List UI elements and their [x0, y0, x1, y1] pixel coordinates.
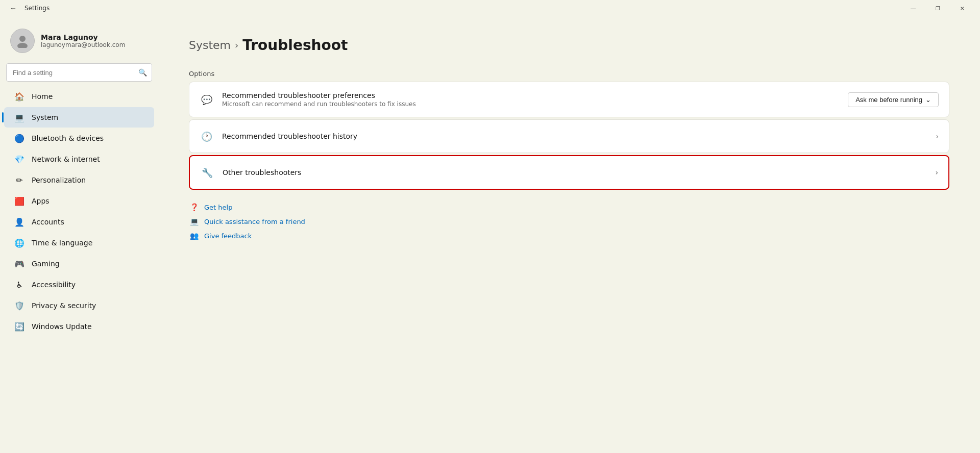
close-button[interactable]: ✕	[950, 0, 974, 16]
card-row-recommended-prefs[interactable]: 💬 Recommended troubleshooter preferences…	[189, 82, 949, 117]
sidebar-item-label: Privacy & security	[32, 301, 96, 310]
card-text-recommended-history: Recommended troubleshooter history	[222, 132, 927, 140]
card-title-recommended-history: Recommended troubleshooter history	[222, 132, 927, 140]
system-icon: 💻	[14, 112, 24, 122]
back-button[interactable]: ←	[6, 1, 20, 15]
card-row-recommended-history[interactable]: 🕐 Recommended troubleshooter history ›	[189, 120, 949, 153]
privacy-icon: 🛡️	[14, 300, 24, 311]
bluetooth-icon: 🔵	[14, 133, 24, 143]
titlebar-left: ← Settings	[6, 1, 901, 15]
time-icon: 🌐	[14, 238, 24, 248]
accessibility-icon: ♿	[14, 280, 24, 290]
gaming-icon: 🎮	[14, 259, 24, 269]
update-icon: 🔄	[14, 321, 24, 332]
sidebar-item-label: Accounts	[32, 218, 64, 226]
card-action-recommended-history: ›	[936, 132, 939, 140]
nav-list: 🏠 Home 💻 System 🔵 Bluetooth & devices 💎 …	[0, 86, 158, 337]
dropdown-label: Ask me before running	[855, 96, 922, 104]
sidebar-item-accessibility[interactable]: ♿ Accessibility	[4, 274, 154, 295]
sidebar-item-system[interactable]: 💻 System	[4, 107, 154, 128]
sidebar-item-home[interactable]: 🏠 Home	[4, 86, 154, 107]
sidebar-item-label: Bluetooth & devices	[32, 134, 104, 142]
get-help-label: Get help	[204, 204, 232, 211]
titlebar: ← Settings — ❐ ✕	[0, 0, 980, 16]
section-label: Options	[189, 70, 949, 78]
help-link-get-help[interactable]: ❓ Get help	[189, 202, 949, 212]
card-action-other-troubleshooters: ›	[935, 168, 938, 177]
user-section: Mara Lagunoy lagunoymara@outlook.com	[0, 20, 158, 63]
card-text-other-troubleshooters: Other troubleshooters	[223, 168, 927, 177]
sidebar-item-label: Windows Update	[32, 322, 92, 331]
sidebar-item-update[interactable]: 🔄 Windows Update	[4, 316, 154, 337]
help-links: ❓ Get help 💻 Quick assistance from a fri…	[189, 202, 949, 241]
card-subtitle-recommended-prefs: Microsoft can recommend and run troubles…	[222, 100, 840, 108]
sidebar-item-label: Gaming	[32, 260, 60, 268]
other-troubleshooters-icon: 🔧	[200, 165, 214, 180]
user-name: Mara Lagunoy	[41, 33, 125, 41]
home-icon: 🏠	[14, 91, 24, 102]
sidebar-item-label: Accessibility	[32, 281, 76, 289]
get-help-icon: ❓	[189, 202, 199, 212]
personalization-icon: ✏️	[14, 175, 24, 185]
minimize-button[interactable]: —	[901, 0, 925, 16]
options-list: 💬 Recommended troubleshooter preferences…	[189, 82, 949, 190]
sidebar-item-label: Home	[32, 92, 53, 100]
breadcrumb-parent: System	[189, 39, 231, 52]
app-body: Mara Lagunoy lagunoymara@outlook.com 🔍 🏠…	[0, 16, 980, 453]
user-email: lagunoymara@outlook.com	[41, 41, 125, 48]
network-icon: 💎	[14, 154, 24, 164]
give-feedback-label: Give feedback	[204, 232, 252, 240]
avatar	[10, 29, 35, 53]
option-card-recommended-prefs: 💬 Recommended troubleshooter preferences…	[189, 82, 949, 117]
card-title-recommended-prefs: Recommended troubleshooter preferences	[222, 91, 840, 99]
sidebar-item-network[interactable]: 💎 Network & internet	[4, 149, 154, 169]
sidebar-item-privacy[interactable]: 🛡️ Privacy & security	[4, 295, 154, 316]
svg-point-0	[19, 36, 26, 42]
chevron-right-icon: ›	[935, 168, 938, 177]
option-card-other-troubleshooters: 🔧 Other troubleshooters ›	[189, 155, 949, 190]
app-title: Settings	[24, 5, 50, 12]
recommended-prefs-icon: 💬	[200, 92, 214, 107]
help-link-give-feedback[interactable]: 👥 Give feedback	[189, 231, 949, 241]
main-content: System › Troubleshoot Options 💬 Recommen…	[158, 16, 980, 453]
breadcrumb-current: Troubleshoot	[242, 37, 348, 54]
sidebar-item-time[interactable]: 🌐 Time & language	[4, 233, 154, 253]
accounts-icon: 👤	[14, 217, 24, 227]
chevron-right-icon: ›	[936, 132, 939, 140]
user-info: Mara Lagunoy lagunoymara@outlook.com	[41, 33, 125, 48]
sidebar-item-label: Time & language	[32, 239, 92, 247]
card-title-other-troubleshooters: Other troubleshooters	[223, 168, 927, 177]
sidebar-item-personalization[interactable]: ✏️ Personalization	[4, 170, 154, 190]
sidebar-item-label: Personalization	[32, 176, 86, 184]
breadcrumb-separator: ›	[235, 40, 238, 51]
card-action-recommended-prefs: Ask me before running ⌄	[848, 92, 939, 107]
sidebar: Mara Lagunoy lagunoymara@outlook.com 🔍 🏠…	[0, 16, 158, 453]
sidebar-item-label: Apps	[32, 197, 50, 205]
sidebar-item-label: System	[32, 113, 58, 121]
card-text-recommended-prefs: Recommended troubleshooter preferences M…	[222, 91, 840, 108]
sidebar-item-apps[interactable]: 🟥 Apps	[4, 191, 154, 211]
option-card-recommended-history: 🕐 Recommended troubleshooter history ›	[189, 119, 949, 153]
dropdown-recommended-prefs[interactable]: Ask me before running ⌄	[848, 92, 939, 107]
sidebar-item-bluetooth[interactable]: 🔵 Bluetooth & devices	[4, 128, 154, 148]
chevron-down-icon: ⌄	[925, 96, 931, 104]
sidebar-item-label: Network & internet	[32, 155, 100, 163]
sidebar-item-accounts[interactable]: 👤 Accounts	[4, 212, 154, 232]
quick-assistance-icon: 💻	[189, 216, 199, 226]
apps-icon: 🟥	[14, 196, 24, 206]
sidebar-item-gaming[interactable]: 🎮 Gaming	[4, 254, 154, 274]
restore-button[interactable]: ❐	[926, 0, 949, 16]
titlebar-controls: — ❐ ✕	[901, 0, 974, 16]
breadcrumb: System › Troubleshoot	[189, 37, 949, 54]
help-link-quick-assistance[interactable]: 💻 Quick assistance from a friend	[189, 216, 949, 226]
recommended-history-icon: 🕐	[200, 129, 214, 143]
svg-point-1	[17, 43, 28, 48]
quick-assistance-label: Quick assistance from a friend	[204, 218, 305, 225]
give-feedback-icon: 👥	[189, 231, 199, 241]
search-box: 🔍	[6, 63, 152, 82]
card-row-other-troubleshooters[interactable]: 🔧 Other troubleshooters ›	[190, 156, 948, 189]
search-input[interactable]	[6, 63, 152, 82]
